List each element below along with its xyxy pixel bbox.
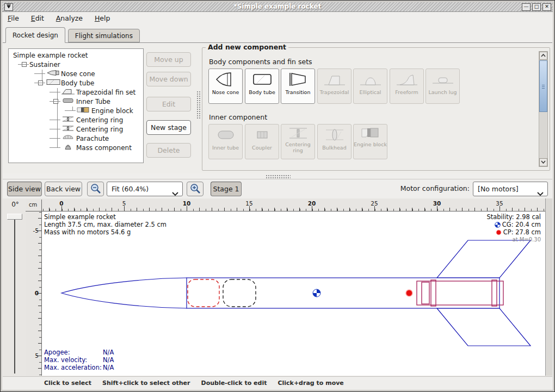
add-coupler-button[interactable]: Coupler (245, 124, 279, 159)
launch-lug-icon (431, 71, 455, 88)
add-trapezoidal-fin-button[interactable]: Trapezoidal (317, 69, 351, 104)
tree-item-rocket[interactable]: Simple example rocket (9, 51, 143, 60)
mass-component-icon (61, 144, 76, 152)
engine-block-icon (76, 107, 91, 115)
add-transition-button[interactable]: Transition (281, 69, 315, 104)
move-up-button[interactable]: Move up (146, 52, 191, 67)
menu-file[interactable]: File (3, 12, 24, 22)
centering-ring-icon (61, 116, 76, 124)
cg-marker (313, 289, 320, 297)
tree-item-mass-component[interactable]: Mass component (9, 143, 143, 152)
tab-flight-simulations[interactable]: Flight simulations (68, 29, 140, 42)
ruler-unit-label: cm (26, 200, 42, 211)
centering-ring-icon (61, 125, 76, 133)
edit-button[interactable]: Edit (146, 97, 191, 111)
elliptical-fin-icon (359, 71, 383, 88)
zoom-out-button[interactable] (87, 182, 104, 196)
scroll-up-icon[interactable] (539, 52, 547, 60)
menu-help[interactable]: Help (90, 12, 115, 22)
motor-configuration-label: Motor configuration: (400, 184, 470, 192)
add-nose-cone-button[interactable]: Nose cone (208, 69, 243, 104)
section-inner-components: Inner component (209, 113, 267, 121)
rotation-slider[interactable] (14, 216, 15, 374)
view-scrollbar[interactable] (545, 198, 552, 376)
add-body-tube-button[interactable]: Body tube (245, 69, 279, 104)
view-toolbar: Side view Back view Fit (60.4%) Stage 1 … (3, 179, 552, 198)
tree-item-inner-tube[interactable]: Inner Tube (9, 97, 143, 106)
zoom-level-select[interactable]: Fit (60.4%) (107, 182, 183, 196)
coupler-icon (250, 126, 274, 144)
tab-rocket-design[interactable]: Rocket design (5, 27, 65, 43)
nose-cone-icon (214, 71, 238, 88)
tree-item-body-tube[interactable]: Body tube (9, 78, 143, 88)
rocket-canvas[interactable]: Simple example rocket Length 37.5 cm, ma… (42, 211, 545, 376)
minimize-button[interactable]: — (522, 3, 531, 11)
vertical-splitter[interactable] (195, 48, 201, 163)
tree-item-centering-ring-2[interactable]: Centering ring (9, 125, 143, 134)
zoom-out-icon (89, 183, 102, 194)
tree-item-parachute[interactable]: Parachute (9, 134, 143, 143)
tree-item-fin-set[interactable]: Trapezoidal fin set (9, 88, 143, 97)
back-view-button[interactable]: Back view (45, 182, 82, 196)
window-title: *Simple example rocket (2, 3, 553, 10)
tree-item-engine-block[interactable]: Engine block (9, 106, 143, 115)
freeform-fin-icon (395, 71, 419, 88)
vertical-ruler: -5 0 5 (26, 211, 42, 376)
tree-item-nose-cone[interactable]: Nose cone (9, 69, 143, 78)
collapse-icon[interactable] (22, 62, 27, 67)
tab-bar: Rocket design Flight simulations (3, 26, 552, 43)
move-down-button[interactable]: Move down (146, 72, 191, 86)
rotation-slider-handle[interactable] (7, 214, 22, 220)
engine-block-icon (359, 126, 383, 140)
section-body-components: Body components and fin sets (209, 58, 312, 66)
scroll-down-icon[interactable] (539, 158, 547, 166)
close-button[interactable]: ✕ (542, 3, 551, 11)
side-view-button[interactable]: Side view (7, 182, 42, 196)
title-bar[interactable]: *Simple example rocket — □ ✕ (2, 2, 553, 12)
centering-ring-icon (286, 126, 310, 140)
add-bulkhead-button[interactable]: Bulkhead (317, 124, 351, 159)
delete-button[interactable]: Delete (146, 143, 191, 158)
parachute-icon (61, 134, 76, 142)
collapse-icon[interactable] (38, 80, 43, 85)
stability-info: Stability: 2.98 cal CG: 20.4 cm CP: 27.8… (486, 213, 541, 244)
inner-tube-icon (214, 126, 238, 144)
zoom-in-button[interactable] (187, 182, 203, 196)
new-stage-button[interactable]: New stage (146, 120, 191, 135)
add-centering-ring-button[interactable]: Centering ring (281, 124, 315, 159)
cg-icon (495, 222, 501, 228)
add-elliptical-fin-button[interactable]: Elliptical (353, 69, 387, 104)
motor-configuration-select[interactable]: [No motors] (473, 182, 548, 196)
flight-stats: Apogee:N/A Max. velocity:N/A Max. accele… (44, 349, 114, 371)
component-panel-scrollbar[interactable] (539, 51, 548, 167)
inner-tube-icon (61, 97, 76, 105)
rotation-angle-label: 0° (6, 201, 24, 211)
maximize-button[interactable]: □ (532, 3, 541, 11)
scrollbar-thumb[interactable] (539, 60, 547, 112)
horizontal-splitter[interactable] (3, 173, 552, 179)
menu-bar: File Edit Analyze Help (3, 12, 552, 25)
menu-edit[interactable]: Edit (26, 12, 49, 22)
stage-1-toggle[interactable]: Stage 1 (211, 182, 242, 196)
tree-item-centering-ring-1[interactable]: Centering ring (9, 115, 143, 125)
collapse-icon[interactable] (53, 99, 58, 104)
add-inner-tube-button[interactable]: Inner tube (208, 124, 243, 159)
cp-marker (406, 290, 412, 296)
add-freeform-fin-button[interactable]: Freeform (390, 69, 424, 104)
rocket-drawing (42, 211, 545, 376)
menu-analyze[interactable]: Analyze (51, 12, 88, 22)
tree-item-sustainer[interactable]: Sustainer (9, 60, 143, 69)
mach-note: at M=0.30 (486, 236, 541, 244)
trapezoidal-fin-icon (323, 71, 347, 88)
nose-cone-icon (46, 70, 61, 78)
rocket-info: Simple example rocket Length 37.5 cm, ma… (44, 213, 166, 236)
group-title: Add new component (206, 43, 288, 51)
zoom-in-icon (189, 183, 202, 194)
hint-bar: Click to selectShift+click to select oth… (3, 376, 552, 389)
cp-icon (496, 229, 502, 235)
add-engine-block-button[interactable]: Engine block (353, 124, 387, 159)
component-tree[interactable]: Simple example rocket Sustainer Nose con… (8, 48, 144, 163)
body-tube-icon (250, 71, 274, 88)
app-window: *Simple example rocket — □ ✕ File Edit A… (0, 0, 555, 392)
add-launch-lug-button[interactable]: Launch lug (425, 69, 460, 104)
